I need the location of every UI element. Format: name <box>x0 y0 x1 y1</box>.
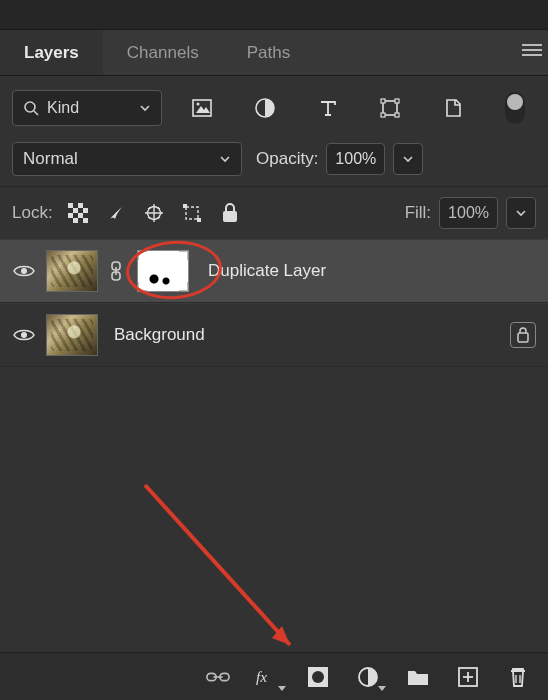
svg-text:fx: fx <box>256 668 267 685</box>
opacity-label: Opacity: <box>256 149 318 169</box>
adjustment-layer-button[interactable] <box>356 665 380 689</box>
chevron-down-icon <box>402 153 414 165</box>
svg-rect-10 <box>395 113 399 117</box>
panel-tabs: Layers Channels Paths <box>0 30 548 76</box>
opacity-input[interactable]: 100% <box>326 143 385 175</box>
lock-row: Lock: Fill: 100% <box>0 187 548 239</box>
fx-button[interactable]: fx <box>256 665 280 689</box>
filter-kind-label: Kind <box>47 99 79 117</box>
lock-artboard-icon[interactable] <box>181 202 203 224</box>
svg-line-30 <box>145 485 290 645</box>
link-icon <box>108 261 124 281</box>
layer-thumbnail[interactable] <box>46 314 98 356</box>
svg-rect-7 <box>381 99 385 103</box>
panel-menu-icon[interactable] <box>522 40 542 60</box>
filter-toggle[interactable] <box>505 92 525 124</box>
link-layers-button[interactable] <box>206 665 230 689</box>
tab-layers[interactable]: Layers <box>0 30 103 75</box>
visibility-toggle[interactable] <box>12 263 36 279</box>
layer-row[interactable]: Background <box>0 303 548 367</box>
svg-rect-14 <box>73 208 78 213</box>
svg-point-0 <box>25 102 35 112</box>
fill-stepper[interactable] <box>506 197 536 229</box>
group-button[interactable] <box>406 665 430 689</box>
svg-point-37 <box>312 671 324 683</box>
lock-paint-icon[interactable] <box>105 202 127 224</box>
fill-label: Fill: <box>405 203 431 223</box>
svg-rect-23 <box>223 211 237 222</box>
layer-mask-thumbnail[interactable] <box>137 250 189 292</box>
layers-list: Duplicate Layer Background <box>0 239 548 367</box>
svg-line-1 <box>34 111 38 115</box>
svg-rect-20 <box>186 207 198 219</box>
svg-rect-17 <box>78 213 83 218</box>
fill-input[interactable]: 100% <box>439 197 498 229</box>
layer-name-label[interactable]: Duplicate Layer <box>208 261 326 281</box>
new-layer-button[interactable] <box>456 665 480 689</box>
add-mask-button[interactable] <box>306 665 330 689</box>
blend-mode-dropdown[interactable]: Normal <box>12 142 242 176</box>
svg-rect-8 <box>395 99 399 103</box>
svg-marker-31 <box>272 626 290 645</box>
eye-icon <box>13 327 35 343</box>
svg-point-4 <box>197 103 200 106</box>
search-icon <box>23 100 39 116</box>
filter-shape-icon[interactable] <box>379 97 401 119</box>
filter-smartobject-icon[interactable] <box>442 97 464 119</box>
svg-rect-22 <box>197 218 201 222</box>
filter-type-icon[interactable] <box>317 97 339 119</box>
chevron-down-icon <box>515 207 527 219</box>
top-toolbar-stub <box>0 0 548 30</box>
tab-channels[interactable]: Channels <box>103 30 223 75</box>
svg-rect-15 <box>83 208 88 213</box>
chevron-down-icon <box>219 153 231 165</box>
opacity-stepper[interactable] <box>393 143 423 175</box>
annotation-arrow <box>130 470 330 670</box>
lock-indicator[interactable] <box>510 322 536 348</box>
svg-marker-3 <box>196 106 210 113</box>
eye-icon <box>13 263 35 279</box>
svg-rect-19 <box>83 218 88 223</box>
delete-button[interactable] <box>506 665 530 689</box>
svg-rect-21 <box>183 204 187 208</box>
bottom-toolbar: fx <box>0 652 548 700</box>
svg-point-28 <box>21 332 27 338</box>
lock-position-icon[interactable] <box>143 202 165 224</box>
svg-point-24 <box>21 268 27 274</box>
filter-row: Kind <box>0 76 548 136</box>
blend-mode-value: Normal <box>23 149 78 169</box>
svg-rect-12 <box>68 203 73 208</box>
filter-adjustment-icon[interactable] <box>254 97 276 119</box>
lock-all-icon[interactable] <box>219 202 241 224</box>
svg-rect-16 <box>68 213 73 218</box>
layer-row[interactable]: Duplicate Layer <box>0 239 548 303</box>
svg-rect-29 <box>518 333 528 342</box>
svg-rect-13 <box>78 203 83 208</box>
lock-transparency-icon[interactable] <box>67 202 89 224</box>
filter-pixel-icon[interactable] <box>191 97 213 119</box>
filter-kind-dropdown[interactable]: Kind <box>12 90 162 126</box>
svg-rect-18 <box>73 218 78 223</box>
blend-row: Normal Opacity: 100% <box>0 136 548 187</box>
visibility-toggle[interactable] <box>12 327 36 343</box>
lock-label: Lock: <box>12 203 53 223</box>
layer-name-label[interactable]: Background <box>114 325 205 345</box>
layer-thumbnail[interactable] <box>46 250 98 292</box>
chevron-down-icon <box>139 102 151 114</box>
lock-icon <box>516 327 530 343</box>
svg-rect-9 <box>381 113 385 117</box>
tab-paths[interactable]: Paths <box>223 30 314 75</box>
